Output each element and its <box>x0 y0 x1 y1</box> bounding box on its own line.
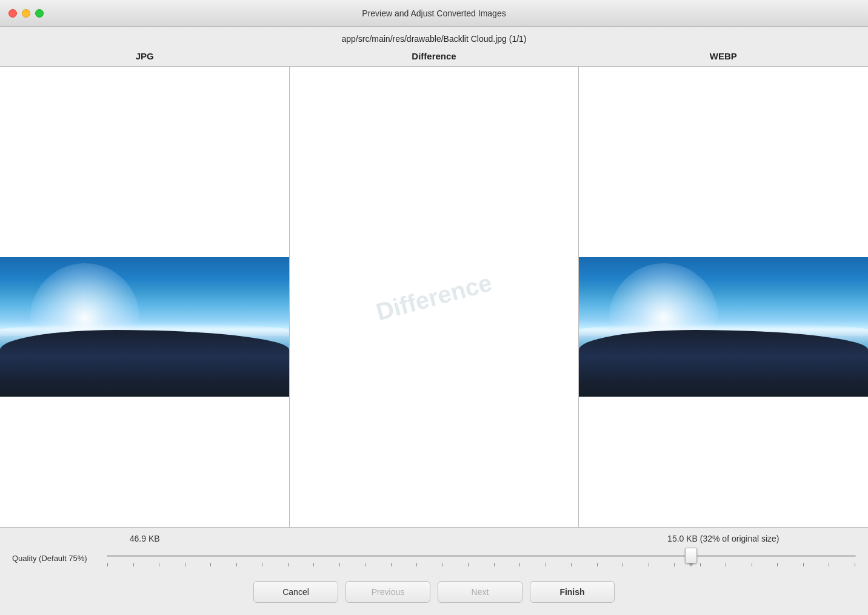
tick-7 <box>262 563 262 566</box>
jpg-size-label: 46.9 KB <box>0 534 289 543</box>
tick-2 <box>133 563 134 566</box>
tick-13 <box>416 563 417 566</box>
slider-line <box>107 555 856 557</box>
tick-12 <box>391 563 392 566</box>
slider-ticks <box>107 562 856 566</box>
previous-button[interactable]: Previous <box>346 581 430 603</box>
tick-30 <box>855 563 855 566</box>
tick-16 <box>494 563 495 566</box>
quality-label: Quality (Default 75%) <box>12 554 97 563</box>
tick-8 <box>288 563 289 566</box>
image-area: Difference <box>0 66 868 528</box>
tick-28 <box>803 563 804 566</box>
size-label-spacer <box>289 534 578 543</box>
column-headers: JPG Difference WEBP <box>0 49 868 66</box>
quality-slider-track[interactable] <box>107 549 856 562</box>
window-title: Preview and Adjust Converted Images <box>362 8 506 18</box>
tick-26 <box>752 563 752 566</box>
webp-image-pane <box>579 67 868 527</box>
tick-15 <box>468 563 469 566</box>
webp-column-header: WEBP <box>579 49 868 66</box>
tick-4 <box>185 563 185 566</box>
minimize-button[interactable] <box>22 9 30 18</box>
file-path: app/src/main/res/drawable/Backlit Cloud.… <box>0 27 868 49</box>
size-labels: 46.9 KB 15.0 KB (32% of original size) <box>0 528 868 546</box>
maximize-button[interactable] <box>35 9 44 18</box>
tick-10 <box>339 563 340 566</box>
tick-14 <box>442 563 443 566</box>
next-button[interactable]: Next <box>438 581 522 603</box>
tick-23 <box>674 563 675 566</box>
quality-slider-container <box>107 549 856 566</box>
diff-watermark: Difference <box>373 267 495 326</box>
tick-27 <box>777 563 778 566</box>
cloud-bottom-left <box>0 330 289 397</box>
cloud-bottom-right <box>579 330 868 397</box>
webp-image <box>579 257 868 397</box>
tick-6 <box>236 563 237 566</box>
tick-20 <box>597 563 598 566</box>
tick-9 <box>313 563 314 566</box>
tick-11 <box>365 563 366 566</box>
slider-thumb[interactable] <box>685 548 697 563</box>
tick-17 <box>519 563 520 566</box>
tick-1 <box>107 563 108 566</box>
jpg-column-header: JPG <box>0 49 289 66</box>
jpg-image <box>0 257 289 397</box>
tick-19 <box>571 563 572 566</box>
button-row: Cancel Previous Next Finish <box>0 575 868 615</box>
jpg-image-pane <box>0 67 289 527</box>
tick-21 <box>623 563 623 566</box>
traffic-lights <box>8 9 44 18</box>
main-content: app/src/main/res/drawable/Backlit Cloud.… <box>0 27 868 615</box>
tick-22 <box>649 563 649 566</box>
webp-size-label: 15.0 KB (32% of original size) <box>579 534 868 543</box>
tick-24 <box>700 563 701 566</box>
difference-column-header: Difference <box>289 49 578 66</box>
close-button[interactable] <box>8 9 17 18</box>
quality-row: Quality (Default 75%) <box>0 546 868 575</box>
difference-pane: Difference <box>289 67 579 527</box>
finish-button[interactable]: Finish <box>530 581 615 603</box>
title-bar: Preview and Adjust Converted Images <box>0 0 868 27</box>
cancel-button[interactable]: Cancel <box>253 581 338 603</box>
tick-29 <box>829 563 829 566</box>
tick-18 <box>546 563 546 566</box>
tick-25 <box>726 563 726 566</box>
tick-5 <box>210 563 211 566</box>
tick-3 <box>159 563 159 566</box>
bottom-bar: 46.9 KB 15.0 KB (32% of original size) Q… <box>0 528 868 615</box>
